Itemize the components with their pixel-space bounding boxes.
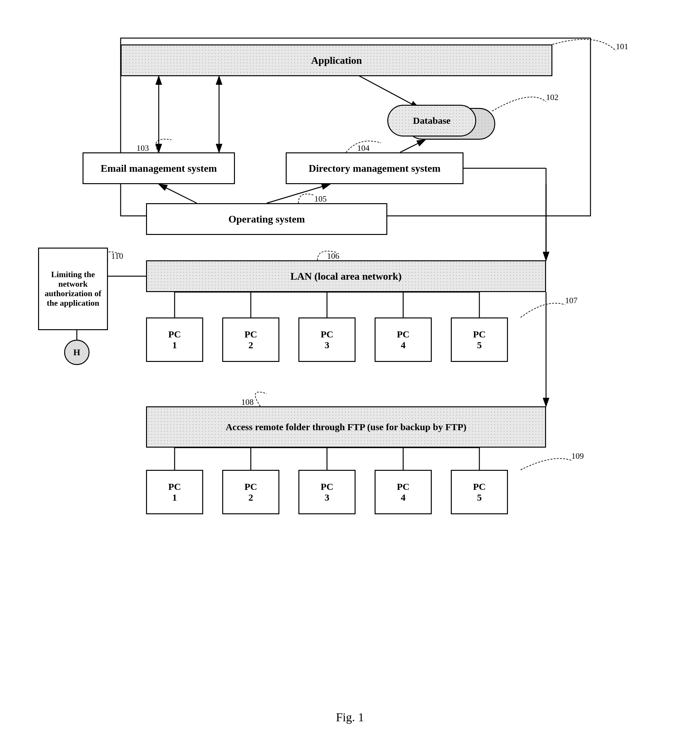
database-box: Database [387, 105, 476, 137]
pc-2-row1: PC2 [222, 318, 279, 362]
pc-5-row1: PC5 [451, 318, 508, 362]
svg-text:108: 108 [241, 397, 254, 407]
pc-4-row2: PC4 [375, 470, 432, 514]
database-container: Database [387, 102, 508, 140]
pc-5-row2: PC5 [451, 470, 508, 514]
svg-line-6 [159, 184, 197, 203]
svg-line-5 [400, 140, 425, 152]
pc-3-row2: PC3 [299, 470, 356, 514]
pc-2-row2: PC2 [222, 470, 279, 514]
svg-text:106: 106 [327, 252, 339, 260]
pc-3-row1: PC3 [299, 318, 356, 362]
svg-text:102: 102 [546, 93, 559, 102]
directory-management-box: Directory management system [286, 152, 463, 184]
pc-row-2: PC1 PC2 PC3 PC4 PC5 [146, 470, 546, 514]
lan-box: LAN (local area network) [146, 260, 546, 292]
application-box: Application [121, 44, 552, 76]
svg-text:103: 103 [137, 144, 149, 153]
directory-management-label: Directory management system [309, 163, 440, 174]
limiting-label: Limiting the network authorization of th… [42, 270, 104, 308]
svg-text:107: 107 [565, 296, 578, 305]
pc-1-row2: PC1 [146, 470, 203, 514]
application-label: Application [311, 54, 362, 66]
circle-h: H [64, 340, 90, 365]
pc-row-1: PC1 PC2 PC3 PC4 PC5 [146, 318, 546, 362]
email-management-box: Email management system [82, 152, 235, 184]
pc-1-row1: PC1 [146, 318, 203, 362]
lan-label: LAN (local area network) [290, 271, 401, 282]
operating-system-label: Operating system [229, 213, 305, 225]
limiting-box: Limiting the network authorization of th… [38, 248, 108, 330]
svg-text:105: 105 [314, 194, 326, 203]
email-management-label: Email management system [101, 163, 217, 174]
svg-text:109: 109 [571, 452, 584, 460]
svg-line-7 [267, 184, 330, 203]
ftp-box: Access remote folder through FTP (use fo… [146, 406, 546, 447]
svg-text:101: 101 [616, 42, 628, 51]
svg-text:104: 104 [357, 144, 369, 153]
circle-h-label: H [74, 347, 80, 357]
figure-caption: Fig. 1 [336, 710, 364, 724]
svg-text:110: 110 [111, 252, 123, 260]
database-label: Database [413, 115, 450, 126]
ftp-label: Access remote folder through FTP (use fo… [226, 422, 467, 433]
pc-4-row1: PC4 [375, 318, 432, 362]
operating-system-box: Operating system [146, 203, 387, 235]
